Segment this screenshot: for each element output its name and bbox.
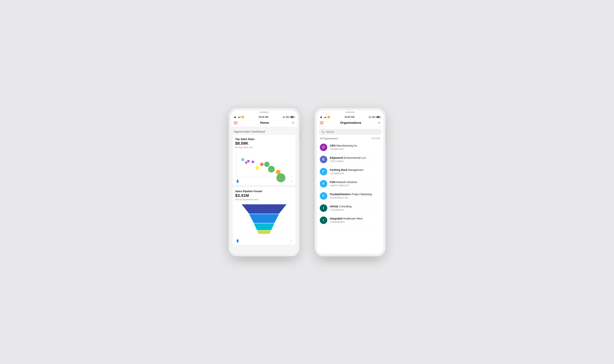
org-name: Fizzdale/Haskins Project Marketing [330,193,380,196]
person-icon-left: 👤 [236,180,239,183]
hamburger-menu-right[interactable] [320,121,324,124]
org-avatar: F [320,180,327,187]
svg-marker-2 [254,223,274,230]
org-list-item[interactable]: FFizzdale/Haskins Project Marketing(612)… [317,190,383,202]
org-info: Edgewood Environmental LLC.+9871125641 [330,156,380,162]
headphone-icon-right: 🎧 [369,116,371,118]
phone-left: ◀ 📶 10:52 AM 🎧 94% [229,108,300,256]
battery-fill-left [291,117,293,117]
battery-body-left [290,116,294,118]
person-icon-right: 👤 [236,239,239,242]
scatter-dot [251,161,254,163]
page-title-right: Organizations [340,121,361,125]
screen-content-left: Opportunities Dashboard Top Sales Reps $… [231,127,297,254]
org-info: Infinity Consulting+0762988333 [330,205,380,211]
org-info: Fizzdale/Haskins Project Marketing(612)6… [330,193,380,199]
search-icon: 🔍 [321,130,325,133]
status-left-right: ◀ 📶 [320,116,330,118]
search-bar[interactable]: 🔍 [319,129,381,135]
svg-marker-3 [257,231,271,234]
org-list-item[interactable]: FFarthing Rock Management(221)8881233 [317,166,383,178]
org-avatar: E [320,156,327,163]
org-phone: +8467572988-1677 [330,184,380,187]
card2-title: Sales Pipeline Funnel [235,190,293,193]
card1-subtitle: Average Sales Size [235,146,293,148]
battery-body-right [376,116,380,118]
app-header-left: Home + [231,119,297,127]
org-avatar: C [320,143,327,151]
svg-marker-0 [242,204,287,214]
search-input[interactable] [326,130,379,133]
org-list-item[interactable]: IIntegrated Healthcare West+24655465815 [317,214,383,226]
org-name: Infinity Consulting [330,205,380,208]
scene: ◀ 📶 10:52 AM 🎧 94% [217,97,397,268]
org-phone: +0762988333 [330,209,380,211]
org-info: FI2N Network Solutions+8467572988-1677 [330,181,380,187]
card2-subtitle: Sum of Opportunity Value [235,198,293,201]
add-button-left[interactable]: + [292,121,294,125]
status-bar-left: ◀ 📶 10:52 AM 🎧 94% [231,115,297,119]
org-name: CRO Manufacturing Inc. [330,144,380,147]
page-title-left: Home [260,121,269,125]
card2-footer: 👤 ≡ [235,238,293,242]
scatter-chart [236,150,292,177]
battery-pct-right: 94% [372,116,375,118]
org-phone: (221)8881233 [330,172,380,175]
scatter-dot [276,173,285,182]
phone-left-inner: ◀ 📶 10:52 AM 🎧 94% [231,110,297,254]
screen-content-right: 🔍 All Organizations FILTER CCRO Manufact… [317,127,383,254]
back-arrow-icon[interactable]: ◀ [234,116,236,118]
org-phone: (612)6639811-341 [330,196,380,199]
speaker-right [345,112,355,113]
phone-right: ◀ 📶 10:52 AM 🎧 94% [314,108,386,256]
battery-right [376,116,380,118]
org-phone: +9871125641 [330,160,380,163]
org-list: CCRO Manufacturing Inc.+6129874433EEdgew… [317,141,383,226]
status-time-right: 10:52 AM [344,116,354,118]
org-list-item[interactable]: EEdgewood Environmental LLC.+9871125641 [317,154,383,166]
filter-label: All Organizations [320,137,338,140]
back-arrow-icon-right[interactable]: ◀ [320,116,322,118]
org-list-item[interactable]: IInfinity Consulting+0762988333 [317,202,383,214]
org-info: CRO Manufacturing Inc.+6129874433 [330,144,380,150]
list-icon-left: ≡ [290,180,292,183]
org-phone: +24655465815 [330,221,380,223]
card-top-sales-reps[interactable]: Top Sales Reps $8.59K Average Sales Size… [233,135,296,185]
status-left-left: ◀ 📶 [234,116,244,118]
funnel-container [235,202,293,236]
scatter-dot [260,163,263,166]
org-list-item[interactable]: FFI2N Network Solutions+8467572988-1677 [317,178,383,190]
scatter-dot [241,158,244,161]
wifi-icon-right: 📶 [327,116,330,118]
card1-value: $8.59K [235,141,293,146]
org-phone: +6129874433 [330,148,380,151]
org-info: Integrated Healthcare West+24655465815 [330,217,380,223]
org-name: Farthing Rock Management [330,168,380,172]
scatter-dot [245,162,247,164]
org-avatar: F [320,168,327,175]
filter-button[interactable]: FILTER [372,137,380,140]
org-avatar: I [320,217,327,224]
scatter-dot [264,162,270,167]
signal-bars-left [238,116,241,118]
org-list-item[interactable]: CCRO Manufacturing Inc.+6129874433 [317,141,383,154]
filter-row: All Organizations FILTER [317,136,383,141]
card2-value: $3.41M [235,193,293,198]
speaker-left [259,112,269,113]
org-name: Edgewood Environmental LLC. [330,156,380,159]
status-time-left: 10:52 AM [259,116,268,118]
hamburger-menu-left[interactable] [234,121,237,124]
phone-right-inner: ◀ 📶 10:52 AM 🎧 94% [317,110,383,254]
add-button-right[interactable]: + [378,121,380,125]
scatter-dot [268,166,275,173]
org-info: Farthing Rock Management(221)8881233 [330,168,380,175]
dashboard-label: Opportunities Dashboard [231,127,297,135]
status-bar-right: ◀ 📶 10:52 AM 🎧 94% [317,115,383,119]
battery-fill-right [377,117,379,117]
battery-left [290,116,294,118]
app-header-right: Organizations + [317,119,383,127]
wifi-icon-left: 📶 [241,116,244,118]
card-pipeline-funnel[interactable]: Sales Pipeline Funnel $3.41M Sum of Oppo… [233,187,296,245]
org-avatar: I [320,204,327,212]
svg-marker-1 [249,214,279,223]
